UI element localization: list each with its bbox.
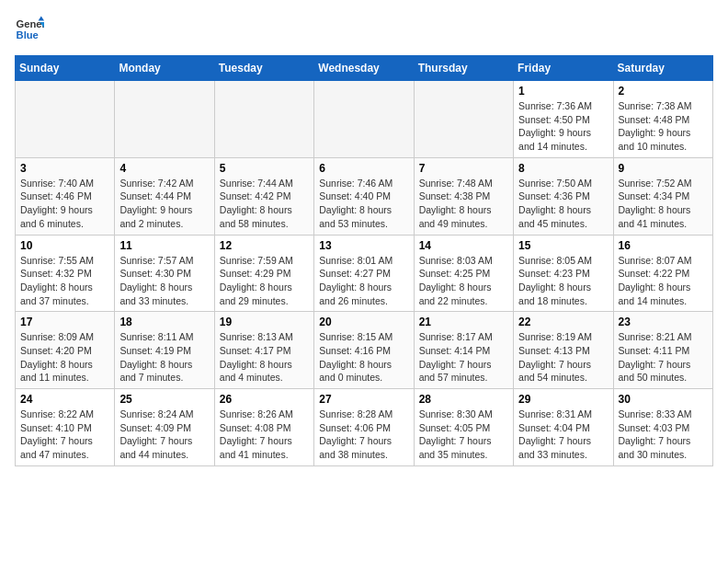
day-info: Sunrise: 8:09 AM Sunset: 4:20 PM Dayligh… — [20, 330, 109, 385]
calendar-day-cell: 2Sunrise: 7:38 AM Sunset: 4:48 PM Daylig… — [613, 81, 712, 158]
calendar-day-cell: 12Sunrise: 7:59 AM Sunset: 4:29 PM Dayli… — [214, 235, 313, 312]
calendar-day-cell — [214, 81, 313, 158]
day-info: Sunrise: 7:44 AM Sunset: 4:42 PM Dayligh… — [220, 177, 309, 231]
day-number: 14 — [419, 239, 508, 252]
day-info: Sunrise: 8:05 AM Sunset: 4:23 PM Dayligh… — [518, 254, 608, 308]
day-info: Sunrise: 8:26 AM Sunset: 4:08 PM Dayligh… — [220, 408, 309, 462]
calendar-day-cell: 16Sunrise: 8:07 AM Sunset: 4:22 PM Dayli… — [613, 235, 712, 312]
day-info: Sunrise: 7:50 AM Sunset: 4:36 PM Dayligh… — [518, 177, 608, 231]
day-info: Sunrise: 8:01 AM Sunset: 4:27 PM Dayligh… — [319, 254, 408, 308]
day-info: Sunrise: 8:24 AM Sunset: 4:09 PM Dayligh… — [119, 408, 209, 462]
day-info: Sunrise: 8:15 AM Sunset: 4:16 PM Dayligh… — [319, 330, 408, 385]
calendar-day-cell: 29Sunrise: 8:31 AM Sunset: 4:04 PM Dayli… — [514, 389, 613, 466]
day-info: Sunrise: 8:31 AM Sunset: 4:04 PM Dayligh… — [518, 408, 608, 462]
day-of-week-header: Monday — [115, 56, 214, 81]
day-number: 11 — [119, 239, 209, 252]
calendar-week-row: 1Sunrise: 7:36 AM Sunset: 4:50 PM Daylig… — [16, 81, 713, 158]
day-of-week-header: Thursday — [414, 56, 513, 81]
calendar-day-cell: 1Sunrise: 7:36 AM Sunset: 4:50 PM Daylig… — [514, 81, 613, 158]
day-info: Sunrise: 8:11 AM Sunset: 4:19 PM Dayligh… — [119, 330, 209, 385]
day-number: 4 — [119, 162, 209, 175]
calendar-day-cell: 22Sunrise: 8:19 AM Sunset: 4:13 PM Dayli… — [514, 312, 613, 389]
day-number: 17 — [20, 316, 109, 328]
day-info: Sunrise: 7:52 AM Sunset: 4:34 PM Dayligh… — [619, 177, 708, 231]
calendar-week-row: 3Sunrise: 7:40 AM Sunset: 4:46 PM Daylig… — [16, 157, 713, 235]
day-info: Sunrise: 8:22 AM Sunset: 4:10 PM Dayligh… — [20, 408, 109, 462]
calendar-day-cell: 21Sunrise: 8:17 AM Sunset: 4:14 PM Dayli… — [414, 312, 513, 389]
day-of-week-header: Friday — [514, 56, 613, 81]
day-info: Sunrise: 7:42 AM Sunset: 4:44 PM Dayligh… — [119, 177, 209, 231]
day-number: 20 — [319, 316, 408, 328]
calendar-day-cell: 28Sunrise: 8:30 AM Sunset: 4:05 PM Dayli… — [414, 389, 513, 466]
day-number: 10 — [20, 239, 109, 252]
day-of-week-header: Sunday — [16, 56, 115, 81]
day-number: 28 — [419, 393, 508, 406]
calendar-day-cell — [115, 81, 214, 158]
day-info: Sunrise: 7:48 AM Sunset: 4:38 PM Dayligh… — [419, 177, 508, 231]
day-number: 13 — [319, 239, 408, 252]
day-info: Sunrise: 8:19 AM Sunset: 4:13 PM Dayligh… — [518, 330, 608, 385]
day-number: 29 — [518, 393, 608, 406]
calendar-day-cell: 8Sunrise: 7:50 AM Sunset: 4:36 PM Daylig… — [514, 157, 613, 235]
day-info: Sunrise: 8:21 AM Sunset: 4:11 PM Dayligh… — [619, 330, 708, 385]
day-number: 26 — [220, 393, 309, 406]
calendar-day-cell: 4Sunrise: 7:42 AM Sunset: 4:44 PM Daylig… — [115, 157, 214, 235]
day-number: 6 — [319, 162, 408, 175]
calendar-day-cell: 9Sunrise: 7:52 AM Sunset: 4:34 PM Daylig… — [613, 157, 712, 235]
calendar-week-row: 17Sunrise: 8:09 AM Sunset: 4:20 PM Dayli… — [16, 312, 713, 389]
calendar-week-row: 24Sunrise: 8:22 AM Sunset: 4:10 PM Dayli… — [16, 389, 713, 466]
day-info: Sunrise: 8:03 AM Sunset: 4:25 PM Dayligh… — [419, 254, 508, 308]
calendar-day-cell: 14Sunrise: 8:03 AM Sunset: 4:25 PM Dayli… — [414, 235, 513, 312]
day-info: Sunrise: 8:13 AM Sunset: 4:17 PM Dayligh… — [220, 330, 309, 385]
day-info: Sunrise: 7:55 AM Sunset: 4:32 PM Dayligh… — [20, 254, 109, 308]
calendar-day-cell: 6Sunrise: 7:46 AM Sunset: 4:40 PM Daylig… — [314, 157, 414, 235]
calendar-table: SundayMondayTuesdayWednesdayThursdayFrid… — [15, 55, 713, 466]
day-info: Sunrise: 7:36 AM Sunset: 4:50 PM Dayligh… — [518, 99, 608, 154]
day-info: Sunrise: 8:30 AM Sunset: 4:05 PM Dayligh… — [419, 408, 508, 462]
logo: General Blue — [15, 15, 44, 44]
day-info: Sunrise: 8:17 AM Sunset: 4:14 PM Dayligh… — [419, 330, 508, 385]
day-number: 19 — [220, 316, 309, 328]
day-info: Sunrise: 8:28 AM Sunset: 4:06 PM Dayligh… — [319, 408, 408, 462]
page-header: General Blue — [15, 15, 713, 44]
day-number: 7 — [419, 162, 508, 175]
calendar-day-cell: 26Sunrise: 8:26 AM Sunset: 4:08 PM Dayli… — [214, 389, 313, 466]
day-number: 30 — [619, 393, 708, 406]
day-info: Sunrise: 7:40 AM Sunset: 4:46 PM Dayligh… — [20, 177, 109, 231]
calendar-day-cell: 17Sunrise: 8:09 AM Sunset: 4:20 PM Dayli… — [16, 312, 115, 389]
day-number: 16 — [619, 239, 708, 252]
calendar-day-cell: 30Sunrise: 8:33 AM Sunset: 4:03 PM Dayli… — [613, 389, 712, 466]
calendar-day-cell: 18Sunrise: 8:11 AM Sunset: 4:19 PM Dayli… — [115, 312, 214, 389]
calendar-day-cell: 25Sunrise: 8:24 AM Sunset: 4:09 PM Dayli… — [115, 389, 214, 466]
calendar-day-cell: 13Sunrise: 8:01 AM Sunset: 4:27 PM Dayli… — [314, 235, 414, 312]
day-number: 25 — [119, 393, 209, 406]
calendar-day-cell: 15Sunrise: 8:05 AM Sunset: 4:23 PM Dayli… — [514, 235, 613, 312]
calendar-day-cell — [16, 81, 115, 158]
day-number: 23 — [619, 316, 708, 328]
day-info: Sunrise: 7:38 AM Sunset: 4:48 PM Dayligh… — [619, 99, 708, 154]
calendar-day-cell: 27Sunrise: 8:28 AM Sunset: 4:06 PM Dayli… — [314, 389, 414, 466]
day-number: 18 — [119, 316, 209, 328]
calendar-day-cell — [414, 81, 513, 158]
day-number: 3 — [20, 162, 109, 175]
day-number: 27 — [319, 393, 408, 406]
day-of-week-header: Saturday — [613, 56, 712, 81]
day-info: Sunrise: 7:57 AM Sunset: 4:30 PM Dayligh… — [119, 254, 209, 308]
calendar-day-cell: 5Sunrise: 7:44 AM Sunset: 4:42 PM Daylig… — [214, 157, 313, 235]
svg-text:Blue: Blue — [17, 29, 39, 40]
day-number: 5 — [220, 162, 309, 175]
calendar-day-cell: 24Sunrise: 8:22 AM Sunset: 4:10 PM Dayli… — [16, 389, 115, 466]
day-info: Sunrise: 8:33 AM Sunset: 4:03 PM Dayligh… — [619, 408, 708, 462]
calendar-day-cell: 7Sunrise: 7:48 AM Sunset: 4:38 PM Daylig… — [414, 157, 513, 235]
day-number: 12 — [220, 239, 309, 252]
day-number: 9 — [619, 162, 708, 175]
calendar-day-cell — [314, 81, 414, 158]
day-of-week-header: Wednesday — [314, 56, 414, 81]
day-number: 22 — [518, 316, 608, 328]
calendar-day-cell: 11Sunrise: 7:57 AM Sunset: 4:30 PM Dayli… — [115, 235, 214, 312]
calendar-day-cell: 10Sunrise: 7:55 AM Sunset: 4:32 PM Dayli… — [16, 235, 115, 312]
day-number: 21 — [419, 316, 508, 328]
day-number: 24 — [20, 393, 109, 406]
calendar-day-cell: 23Sunrise: 8:21 AM Sunset: 4:11 PM Dayli… — [613, 312, 712, 389]
calendar-day-cell: 20Sunrise: 8:15 AM Sunset: 4:16 PM Dayli… — [314, 312, 414, 389]
